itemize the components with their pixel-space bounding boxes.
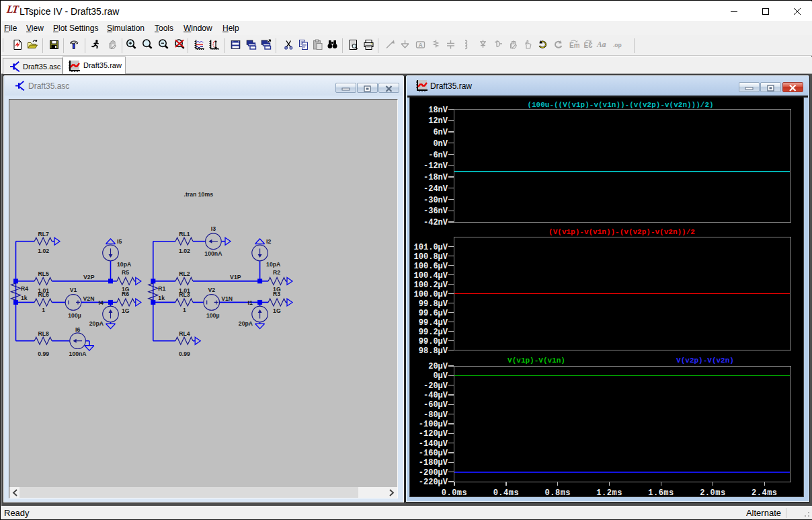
svg-text:V1: V1: [70, 287, 77, 293]
svg-text:EƐ: EƐ: [583, 42, 593, 49]
svg-text:1.02: 1.02: [38, 248, 49, 254]
svg-text:V2P: V2P: [83, 274, 95, 281]
svg-text:1: 1: [42, 307, 45, 313]
svg-text:100nA: 100nA: [204, 250, 222, 257]
svg-text:0.4ms: 0.4ms: [493, 488, 520, 497]
svg-text:20pA: 20pA: [89, 320, 104, 326]
svg-text:-6nV: -6nV: [428, 151, 448, 160]
svg-text:V2N: V2N: [83, 295, 95, 301]
svg-text:10pA: 10pA: [266, 261, 281, 268]
svg-text:I1: I1: [248, 299, 253, 305]
svg-text:RL7: RL7: [38, 231, 49, 237]
svg-text:I4: I4: [99, 299, 104, 305]
svg-text:-140µV: -140µV: [419, 439, 448, 449]
svg-text:0.8ms: 0.8ms: [545, 488, 571, 497]
svg-text:99.4µV: 99.4µV: [419, 318, 448, 328]
svg-text:0.0ms: 0.0ms: [442, 488, 468, 497]
svg-text:1: 1: [183, 307, 186, 313]
svg-text:1G: 1G: [273, 307, 281, 313]
svg-text:I2: I2: [266, 238, 271, 245]
svg-text:100µ: 100µ: [68, 311, 81, 318]
svg-text:1.2ms: 1.2ms: [596, 488, 622, 497]
svg-text:-80µV: -80µV: [423, 410, 448, 420]
svg-text:99.0µV: 99.0µV: [419, 337, 448, 346]
svg-text:V1P: V1P: [230, 274, 241, 281]
svg-text:-160µV: -160µV: [419, 449, 448, 458]
svg-text:0nV: 0nV: [433, 139, 448, 149]
svg-text:-180µV: -180µV: [419, 458, 448, 468]
svg-text:20pA: 20pA: [239, 320, 253, 326]
svg-text:Aa: Aa: [596, 40, 606, 48]
svg-text:0µV: 0µV: [433, 371, 448, 381]
svg-text:6nV: 6nV: [433, 128, 448, 137]
svg-text:1.02: 1.02: [179, 248, 190, 254]
svg-text:V(v1p)-V(v1n): V(v1p)-V(v1n): [508, 357, 565, 365]
svg-text:0.99: 0.99: [179, 350, 190, 357]
svg-text:-30nV: -30nV: [423, 196, 448, 205]
svg-text:100.6µV: 100.6µV: [414, 262, 448, 271]
svg-text:100.4µV: 100.4µV: [414, 271, 448, 281]
svg-text:10pA: 10pA: [117, 261, 132, 268]
svg-text:.tran 10ms: .tran 10ms: [184, 190, 214, 197]
svg-text:0.99: 0.99: [38, 350, 49, 357]
svg-text:RL1: RL1: [179, 231, 190, 237]
svg-text:99.8µV: 99.8µV: [419, 299, 448, 309]
svg-text:-120µV: -120µV: [419, 429, 448, 439]
svg-text:V1N: V1N: [221, 295, 233, 301]
svg-text:-100µV: -100µV: [419, 420, 448, 429]
svg-text:(V(v1p)-v(v1n))-(v(v2p)-v(v2n): (V(v1p)-v(v1n))-(v(v2p)-v(v2n))/2: [549, 228, 695, 236]
svg-text:-36nV: -36nV: [423, 207, 448, 216]
svg-text:R5: R5: [122, 269, 129, 276]
svg-text:-220µV: -220µV: [419, 478, 448, 487]
svg-text:I3: I3: [211, 225, 216, 232]
svg-text:-12nV: -12nV: [423, 161, 448, 171]
svg-text:V(v2p)-V(v2n): V(v2p)-V(v2n): [676, 357, 734, 365]
svg-text:1.6ms: 1.6ms: [648, 488, 674, 497]
svg-text:RL3: RL3: [179, 291, 190, 298]
svg-text:-40µV: -40µV: [423, 391, 448, 400]
svg-text:R4: R4: [21, 285, 28, 291]
svg-text:R3: R3: [273, 291, 280, 297]
svg-text:1G: 1G: [122, 307, 130, 313]
svg-text:-20µV: -20µV: [423, 381, 448, 391]
svg-text:20µV: 20µV: [428, 362, 448, 371]
svg-text:V2: V2: [208, 287, 215, 293]
svg-text:RL5: RL5: [38, 270, 49, 277]
svg-text:A: A: [419, 42, 423, 48]
svg-text:1k: 1k: [21, 295, 28, 301]
svg-text:RL4: RL4: [179, 330, 190, 336]
svg-text:2.4ms: 2.4ms: [752, 488, 778, 497]
svg-text:101.0µV: 101.0µV: [414, 243, 448, 252]
svg-text:R2: R2: [273, 269, 280, 276]
svg-text:-18nV: -18nV: [423, 173, 448, 182]
svg-text:R1: R1: [158, 285, 165, 291]
svg-text:I6: I6: [75, 326, 80, 333]
svg-text:RL8: RL8: [38, 330, 49, 336]
svg-text:-24nV: -24nV: [423, 184, 448, 194]
svg-text:RL2: RL2: [179, 270, 190, 277]
svg-text:RL6: RL6: [38, 291, 49, 298]
svg-text:2.0ms: 2.0ms: [700, 488, 726, 497]
svg-text:Em: Em: [569, 42, 579, 49]
svg-text:12nV: 12nV: [428, 116, 448, 126]
svg-text:100.0µV: 100.0µV: [414, 290, 448, 299]
svg-text:R6: R6: [122, 291, 129, 297]
svg-text:I5: I5: [117, 238, 122, 245]
svg-text:(100u-((V(v1p)-v(v1n))-(v(v2p): (100u-((V(v1p)-v(v1n))-(v(v2p)-v(v2n)))/…: [527, 101, 713, 109]
svg-text:100µ: 100µ: [206, 311, 220, 318]
svg-text:100.8µV: 100.8µV: [414, 252, 448, 262]
svg-text:100nA: 100nA: [69, 350, 87, 357]
svg-text:-42nV: -42nV: [423, 218, 448, 227]
svg-text:99.6µV: 99.6µV: [419, 309, 448, 318]
svg-text:98.8µV: 98.8µV: [419, 346, 448, 356]
svg-text:-60µV: -60µV: [423, 400, 448, 410]
svg-text:1k: 1k: [158, 295, 165, 301]
svg-text:99.2µV: 99.2µV: [419, 328, 448, 337]
svg-text:-200µV: -200µV: [419, 468, 448, 478]
svg-text:.op: .op: [613, 42, 622, 48]
svg-text:18nV: 18nV: [428, 106, 448, 115]
svg-text:100.2µV: 100.2µV: [414, 281, 448, 290]
